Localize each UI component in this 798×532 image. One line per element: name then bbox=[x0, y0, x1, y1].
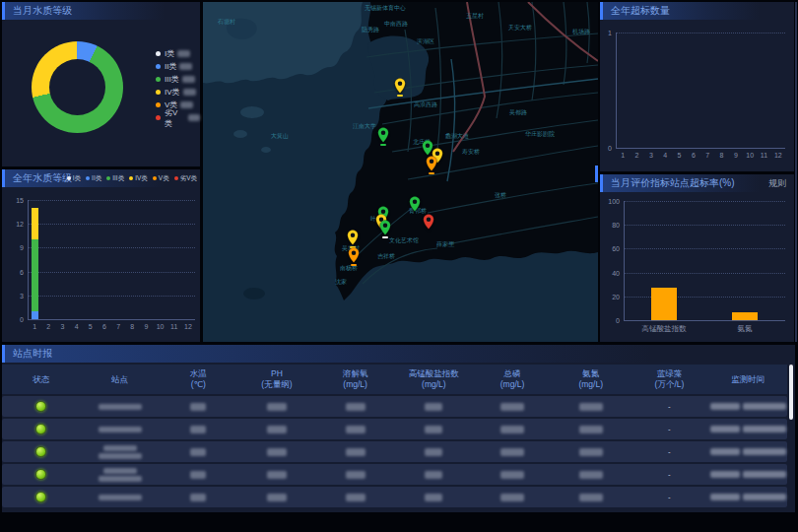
y-tick-label: 100 bbox=[608, 198, 620, 205]
panel-title-text: 全年水质等级 bbox=[13, 171, 72, 185]
legend-item[interactable]: IV类 bbox=[129, 174, 148, 183]
x-tick-label: 8 bbox=[130, 323, 134, 330]
panel-title-text: 当月评价指标站点超标率(%) bbox=[611, 176, 735, 190]
status-cell bbox=[2, 469, 81, 480]
redacted-value bbox=[425, 494, 442, 501]
column-header-line: 高锰酸盐指数 bbox=[409, 368, 459, 379]
station-cell bbox=[81, 445, 160, 459]
station-cell bbox=[81, 404, 160, 410]
exceedance-chart[interactable]: 10123456789101112 bbox=[616, 33, 785, 148]
panel-title-monthly-water-quality: 当月水质等级 bbox=[2, 2, 200, 20]
table-header: 状态站点水温(℃)PH(无量纲)溶解氧(mg/L)高锰酸盐指数(mg/L)总磷(… bbox=[2, 365, 787, 394]
status-cell bbox=[2, 424, 81, 434]
gridline bbox=[28, 319, 195, 320]
algae-cell: - bbox=[631, 493, 709, 501]
y-tick-label: 60 bbox=[612, 245, 620, 252]
legend-label: I类 bbox=[165, 48, 174, 59]
redacted-station-name bbox=[99, 453, 142, 459]
gridline bbox=[28, 224, 195, 225]
column-header-line: 水温 bbox=[190, 368, 207, 379]
redacted-value bbox=[346, 471, 366, 479]
redacted-station-name bbox=[99, 476, 142, 482]
column-header-line: 溶解氧 bbox=[343, 368, 368, 379]
y-tick-label: 0 bbox=[608, 145, 612, 152]
column-header-line: (℃) bbox=[191, 379, 206, 390]
column-header-line: 氨氮 bbox=[582, 368, 599, 379]
legend-item[interactable]: I类 bbox=[156, 47, 200, 60]
panel-title-annual-exceedance: 全年超标数量 bbox=[600, 2, 794, 20]
legend-item[interactable]: 劣V类 bbox=[156, 111, 200, 124]
redacted-timestamp bbox=[710, 403, 740, 410]
legend-label: III类 bbox=[165, 74, 179, 85]
time-cell bbox=[708, 426, 787, 432]
map-pin-icon[interactable] bbox=[394, 78, 406, 94]
redacted-value bbox=[190, 471, 206, 479]
table-scrollbar[interactable] bbox=[789, 365, 793, 420]
column-header-line: 监测时间 bbox=[731, 374, 765, 385]
algae-value: - bbox=[668, 447, 671, 456]
x-tick-label: 11 bbox=[170, 323, 177, 330]
legend-item[interactable]: 劣V类 bbox=[174, 174, 197, 183]
map-pin-icon[interactable] bbox=[348, 247, 360, 263]
value-cell bbox=[316, 403, 395, 411]
map-pin-icon[interactable] bbox=[379, 220, 391, 235]
column-header-line: (万个/L) bbox=[655, 379, 685, 390]
map-pin-icon[interactable] bbox=[409, 196, 421, 212]
map-place-label: 高浪西路 bbox=[414, 100, 437, 109]
redacted-timestamp bbox=[710, 494, 740, 500]
algae-cell: - bbox=[631, 470, 709, 479]
table-row[interactable]: - bbox=[2, 441, 787, 462]
legend-dot-icon bbox=[153, 176, 157, 180]
legend-item[interactable]: III类 bbox=[156, 73, 200, 86]
legend-label: IV类 bbox=[135, 174, 148, 183]
y-axis-line bbox=[616, 33, 617, 148]
table-row[interactable]: - bbox=[2, 464, 787, 485]
legend-label: IV类 bbox=[165, 87, 180, 98]
rate-bar[interactable] bbox=[732, 312, 758, 320]
table-row[interactable]: - bbox=[2, 419, 787, 439]
gridline bbox=[616, 148, 785, 149]
redacted-value bbox=[579, 403, 603, 411]
legend-item[interactable]: II类 bbox=[86, 174, 101, 183]
gridline bbox=[624, 320, 785, 321]
map-pin-icon[interactable] bbox=[347, 230, 359, 245]
value-cell bbox=[394, 426, 473, 433]
value-cell bbox=[159, 471, 237, 479]
column-header: 监测时间 bbox=[708, 365, 787, 394]
status-cell bbox=[2, 401, 81, 412]
stacked-bar-segment[interactable] bbox=[32, 239, 38, 311]
redacted-station-name bbox=[103, 445, 137, 451]
rules-link[interactable]: 规则 bbox=[768, 174, 786, 192]
legend-item[interactable]: II类 bbox=[156, 60, 200, 73]
map-place-label: 机场路 bbox=[572, 28, 590, 36]
legend-item[interactable]: I类 bbox=[67, 174, 81, 183]
y-axis-line bbox=[28, 200, 29, 319]
legend-item[interactable]: III类 bbox=[106, 174, 124, 183]
map-pin-icon[interactable] bbox=[426, 156, 437, 171]
rate-bar[interactable] bbox=[651, 288, 677, 320]
legend-dot-icon bbox=[174, 176, 178, 180]
dashboard: 当月水质等级 I类II类III类IV类V类劣V类 全年水质等级 I类II类III… bbox=[0, 0, 798, 532]
stacked-bar-segment[interactable] bbox=[32, 311, 38, 319]
annual-legend: I类II类III类IV类V类劣V类 bbox=[67, 169, 197, 187]
map[interactable]: 无锡新体育中心中南西路隐秀路滨湖区五星村天安大桥机场路高浪西路江南大学北庄桥蠡湖… bbox=[203, 2, 598, 342]
map-pin-icon[interactable] bbox=[377, 127, 389, 143]
map-pin-icon[interactable] bbox=[423, 214, 434, 230]
time-cell bbox=[708, 471, 787, 478]
annual-bar-chart[interactable]: 15129630123456789101112 bbox=[28, 200, 195, 319]
legend-item[interactable]: IV类 bbox=[156, 86, 200, 99]
value-cell bbox=[552, 403, 631, 411]
table-row[interactable]: - bbox=[2, 487, 787, 507]
rate-bar-chart[interactable]: 100806040200高锰酸盐指数氨氮 bbox=[624, 201, 785, 320]
column-header-line: 总磷 bbox=[504, 368, 521, 379]
value-cell bbox=[394, 448, 473, 456]
map-scrollbar[interactable] bbox=[595, 166, 598, 182]
x-tick-label: 7 bbox=[705, 152, 709, 159]
legend-dot-icon bbox=[156, 51, 161, 56]
legend-item[interactable]: V类 bbox=[153, 174, 169, 183]
table-row[interactable]: - bbox=[2, 396, 787, 417]
stacked-bar-segment[interactable] bbox=[32, 208, 38, 239]
column-header-line: (mg/L) bbox=[343, 379, 367, 390]
donut-chart[interactable] bbox=[32, 41, 123, 133]
x-tick-label: 5 bbox=[678, 152, 682, 159]
